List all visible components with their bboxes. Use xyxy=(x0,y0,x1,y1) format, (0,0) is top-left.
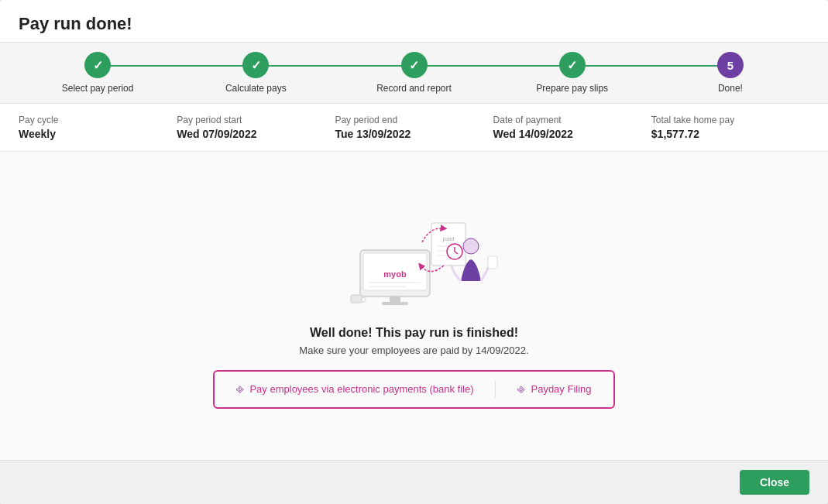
checkmark-icon-1: ✓ xyxy=(93,58,103,73)
step-circle-3: ✓ xyxy=(401,52,428,78)
action-box: ⎆ Pay employees via electronic payments … xyxy=(213,370,614,409)
summary-period-end-label: Pay period end xyxy=(335,115,493,125)
summary-period-end: Pay period end Tue 13/09/2022 xyxy=(335,115,493,140)
modal-header: Pay run done! xyxy=(0,0,828,42)
done-title: Well done! This pay run is finished! xyxy=(310,326,518,340)
summary-period-start-value: Wed 07/09/2022 xyxy=(177,128,335,140)
summary-take-home-pay-value: $1,577.72 xyxy=(651,128,809,140)
step-circle-2: ✓ xyxy=(242,52,269,78)
step-done: 5 Done! xyxy=(651,52,809,103)
summary-pay-cycle: Pay cycle Weekly xyxy=(19,115,177,140)
summary-pay-cycle-label: Pay cycle xyxy=(19,115,177,125)
step-label-4: Prepare pay slips xyxy=(536,83,608,103)
close-button[interactable]: Close xyxy=(740,470,809,495)
modal-footer: Close xyxy=(0,460,828,504)
summary-period-start: Pay period start Wed 07/09/2022 xyxy=(177,115,335,140)
checkmark-icon-4: ✓ xyxy=(567,58,577,73)
summary-payment-date-value: Wed 14/09/2022 xyxy=(493,128,651,140)
pay-run-done-modal: Pay run done! ✓ Select pay period ✓ Calc… xyxy=(0,0,828,504)
payday-filing-link[interactable]: ⎆ Payday Filing xyxy=(517,382,591,396)
step-circle-1: ✓ xyxy=(84,52,111,78)
svg-rect-5 xyxy=(390,297,400,303)
svg-text:myob: myob xyxy=(383,269,407,279)
step-select-pay-period: ✓ Select pay period xyxy=(19,52,177,103)
modal-body: myob paid xyxy=(0,152,828,460)
svg-point-16 xyxy=(463,238,479,254)
summary-payment-date: Date of payment Wed 14/09/2022 xyxy=(493,115,651,140)
step-record-and-report: ✓ Record and report xyxy=(335,52,493,103)
summary-take-home-pay-label: Total take home pay xyxy=(651,115,809,125)
step-number-5: 5 xyxy=(727,59,734,72)
summary-take-home-pay: Total take home pay $1,577.72 xyxy=(651,115,809,140)
checkmark-icon-2: ✓ xyxy=(251,58,261,73)
step-label-5: Done! xyxy=(718,83,743,103)
bank-file-icon: ⎆ xyxy=(236,382,244,396)
step-circle-5: 5 xyxy=(717,52,744,78)
payday-filing-label: Payday Filing xyxy=(531,383,591,395)
summary-period-start-label: Pay period start xyxy=(177,115,335,125)
bank-file-link[interactable]: ⎆ Pay employees via electronic payments … xyxy=(236,382,473,396)
action-divider xyxy=(495,381,496,398)
checkmark-icon-3: ✓ xyxy=(409,58,419,73)
step-label-2: Calculate pays xyxy=(225,83,287,103)
svg-rect-17 xyxy=(488,256,497,269)
stepper: ✓ Select pay period ✓ Calculate pays ✓ R… xyxy=(0,42,828,104)
payday-filing-icon: ⎆ xyxy=(517,382,525,396)
pay-run-illustration: myob paid xyxy=(329,204,500,312)
summary-payment-date-label: Date of payment xyxy=(493,115,651,125)
svg-text:paid: paid xyxy=(442,235,454,242)
summary-period-end-value: Tue 13/09/2022 xyxy=(335,128,493,140)
modal-title: Pay run done! xyxy=(19,14,809,34)
step-calculate-pays: ✓ Calculate pays xyxy=(177,52,335,103)
step-label-1: Select pay period xyxy=(62,83,134,103)
done-subtitle: Make sure your employees are paid by 14/… xyxy=(299,345,528,356)
step-label-3: Record and report xyxy=(376,83,452,103)
step-circle-4: ✓ xyxy=(559,52,586,78)
svg-rect-6 xyxy=(382,302,408,305)
svg-rect-7 xyxy=(351,295,362,303)
step-prepare-pay-slips: ✓ Prepare pay slips xyxy=(493,52,651,103)
summary-bar: Pay cycle Weekly Pay period start Wed 07… xyxy=(0,104,828,152)
summary-pay-cycle-value: Weekly xyxy=(19,128,177,140)
bank-file-label: Pay employees via electronic payments (b… xyxy=(249,383,473,395)
